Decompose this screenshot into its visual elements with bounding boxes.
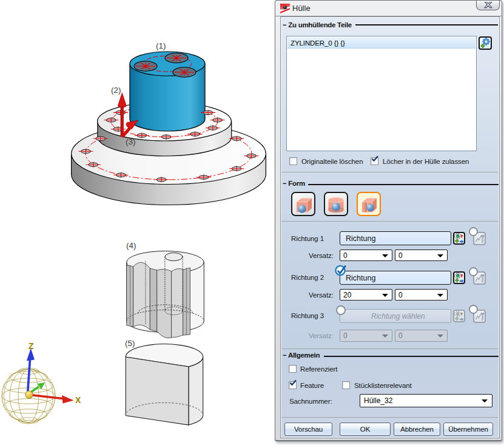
svg-text:(2): (2)	[111, 86, 121, 95]
svg-text:(3): (3)	[126, 137, 136, 146]
svg-text:X: X	[75, 395, 81, 405]
svg-text:(4): (4)	[126, 241, 136, 250]
svg-text:Z: Z	[29, 341, 34, 351]
svg-text:(5): (5)	[125, 339, 135, 348]
svg-text:(1): (1)	[156, 41, 166, 50]
